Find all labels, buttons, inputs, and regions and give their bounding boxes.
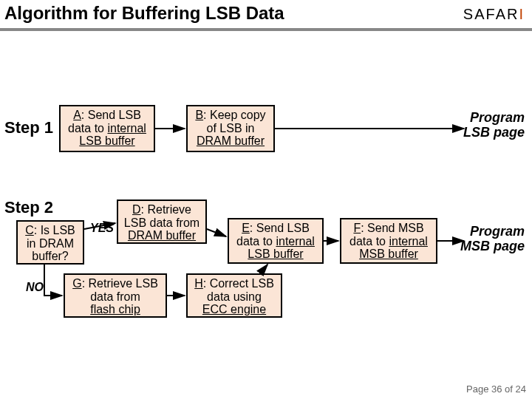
- svg-line-3: [207, 229, 226, 236]
- svg-line-2: [84, 223, 115, 229]
- page-footer: Page 36 of 24: [466, 383, 526, 395]
- page-total: 24: [516, 383, 526, 395]
- page-current: 36: [491, 383, 502, 395]
- slide: Algorithm for Buffering LSB Data SAFARI …: [0, 0, 532, 399]
- svg-line-7: [260, 265, 267, 273]
- arrows: [0, 0, 532, 399]
